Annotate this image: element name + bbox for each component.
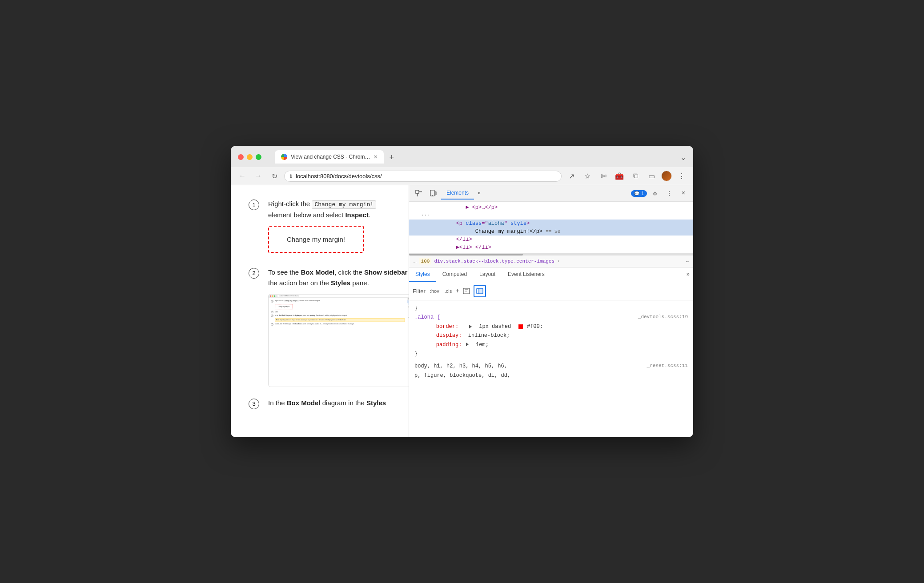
display-value: inline-block; <box>465 332 510 339</box>
devtools-tab-more-icon[interactable]: » <box>474 188 484 199</box>
html-panel-scrollbar[interactable] <box>409 254 693 256</box>
add-style-rule-button[interactable]: + <box>455 288 459 295</box>
tab-event-listeners[interactable]: Event Listeners <box>502 268 551 282</box>
styles-tab-more[interactable]: » <box>683 268 693 281</box>
browser-toolbar: ← → ↻ ℹ localhost:8080/docs/devtools/css… <box>231 167 693 185</box>
color-swatch-red[interactable] <box>518 324 523 329</box>
tab-favicon-icon <box>281 154 287 160</box>
inspect-element-button[interactable] <box>413 187 425 200</box>
forward-button[interactable]: → <box>252 170 265 182</box>
devtools-tab-elements[interactable]: Elements <box>441 187 474 200</box>
cast-icon[interactable]: ▭ <box>645 170 658 182</box>
html-line-1: ► <p>…</p> <box>409 204 693 212</box>
breadcrumb-number[interactable]: 100 <box>419 258 432 264</box>
close-devtools-button[interactable]: × <box>677 187 690 200</box>
aloha-selector: .aloha { <box>414 314 440 320</box>
breadcrumb-dots[interactable]: … <box>414 259 417 264</box>
reset-selector-line-1: body, h1, h2, h3, h4, h5, h6, _reset.scs… <box>414 362 688 371</box>
styles-panel-tabs: Styles Computed Layout Event Listeners » <box>409 268 693 282</box>
html-panel: ► <p>…</p> ··· <p class="aloha" style> C… <box>409 202 693 254</box>
aloha-rule: .aloha { _devtools.scss:19 border: 1px d… <box>414 313 688 358</box>
hov-filter-button[interactable]: :hov <box>428 288 441 294</box>
padding-value: 1em; <box>473 342 489 348</box>
new-tab-button[interactable]: + <box>386 151 398 164</box>
devtools-panel: Elements » 💬 1 ⚙ ⋮ × <box>409 185 693 437</box>
browser-window: View and change CSS - Chrom… × + ⌄ ← → ↻… <box>231 146 693 437</box>
settings-button[interactable]: ⚙ <box>649 187 661 200</box>
padding-triangle-icon[interactable] <box>466 343 469 346</box>
close-window-button[interactable] <box>238 154 244 160</box>
aloha-close-brace: } <box>414 349 688 358</box>
browser-tab[interactable]: View and change CSS - Chrom… × <box>275 150 384 164</box>
refresh-button[interactable]: ↻ <box>268 170 281 182</box>
cls-filter-button[interactable]: .cls <box>443 288 454 294</box>
title-bar: View and change CSS - Chrom… × + ⌄ <box>231 146 693 167</box>
step-number-1: 1 <box>249 200 259 210</box>
breadcrumb-selector[interactable]: div.stack.stack--block.type.center-image… <box>434 259 554 264</box>
device-toolbar-button[interactable] <box>427 187 439 200</box>
address-bar[interactable]: ℹ localhost:8080/docs/devtools/css/ <box>284 171 562 182</box>
step-2-text: To see the Box Model, click the Show sid… <box>268 267 409 288</box>
css-rules-area: } .aloha { _devtools.scss:19 border: 1px… <box>409 300 693 437</box>
maximize-window-button[interactable] <box>256 154 261 160</box>
html-line-selected-text: Change my margin!</p> == $0 <box>409 228 693 236</box>
border-expand-icon <box>462 323 465 330</box>
change-margin-demo-box[interactable]: Change my margin! <box>268 226 364 253</box>
padding-property-line: padding: 1em; <box>414 340 688 349</box>
html-line-li-close: </li> <box>409 236 693 244</box>
breadcrumb-more[interactable]: ⋯ <box>686 259 689 264</box>
padding-property[interactable]: padding: <box>436 342 462 348</box>
menu-icon[interactable]: ⋮ <box>675 170 688 182</box>
aloha-source[interactable]: _devtools.scss:19 <box>638 313 688 321</box>
console-messages-badge[interactable]: 💬 1 <box>631 190 647 197</box>
tab-close-button[interactable]: × <box>374 154 378 160</box>
border-triangle-icon[interactable] <box>469 325 472 328</box>
tabs-row: View and change CSS - Chrom… × + ⌄ <box>275 150 686 164</box>
breadcrumb-chevron: ‹ <box>557 259 560 264</box>
step-number-2: 2 <box>249 268 259 279</box>
filter-pills: :hov .cls + <box>428 285 486 297</box>
bookmark-icon[interactable]: ☆ <box>581 170 594 182</box>
step-1-text: Right-click the Change my margin! elemen… <box>268 199 391 220</box>
display-property[interactable]: display: <box>436 332 462 339</box>
profile-avatar[interactable] <box>661 171 672 181</box>
scrollbar-thumb <box>409 254 523 256</box>
border-color-value: #f00; <box>527 323 543 330</box>
reset-source[interactable]: _reset.scss:11 <box>647 362 688 370</box>
code-change-margin: Change my margin! <box>312 200 376 209</box>
step-3-text: In the Box Model diagram in the Styles <box>268 398 391 408</box>
svg-rect-11 <box>479 289 482 293</box>
tab-computed[interactable]: Computed <box>436 268 473 282</box>
step-number-3: 3 <box>249 399 259 409</box>
border-property[interactable]: border: <box>436 323 458 330</box>
new-style-rule-button[interactable] <box>461 286 472 296</box>
show-sidebar-button[interactable] <box>474 285 486 297</box>
reset-selectors: body, h1, h2, h3, h4, h5, h6, <box>414 363 507 369</box>
breadcrumb-bar: … 100 div.stack.stack--block.type.center… <box>409 256 693 268</box>
tab-layout[interactable]: Layout <box>473 268 502 282</box>
devtools-menu-button[interactable]: ⋮ <box>663 187 675 200</box>
html-dots: ··· <box>421 212 430 219</box>
minimize-window-button[interactable] <box>247 154 253 160</box>
tab-end: ⌄ <box>680 153 686 164</box>
badge-count: 1 <box>641 191 644 196</box>
filter-bar: Filter :hov .cls + <box>409 282 693 300</box>
display-property-line: display: inline-block; <box>414 331 688 340</box>
reset-rule: body, h1, h2, h3, h4, h5, h6, _reset.scs… <box>414 362 688 380</box>
svg-rect-4 <box>435 192 436 195</box>
extensions-icon[interactable]: 🧰 <box>613 170 626 182</box>
cut-icon[interactable]: ✄ <box>597 170 610 182</box>
step-2: 2 To see the Box Model, click the Show s… <box>249 267 391 387</box>
page-content: 1 Right-click the Change my margin! elem… <box>231 185 409 437</box>
back-button[interactable]: ← <box>236 170 249 182</box>
html-line-dots: ··· <box>409 212 693 220</box>
security-icon: ℹ <box>290 173 292 179</box>
aloha-selector-line: .aloha { _devtools.scss:19 <box>414 313 688 322</box>
share-icon[interactable]: ↗ <box>565 170 578 182</box>
tab-styles[interactable]: Styles <box>409 268 436 282</box>
profile-sidebar-icon[interactable]: ⧉ <box>629 170 642 182</box>
tutorial-thumbnail: localhost:8080/docs/devtools/css/ 1 Righ… <box>268 294 409 387</box>
message-icon: 💬 <box>634 191 639 196</box>
reset-selectors-2: p, figure, blockquote, dl, dd, <box>414 372 510 379</box>
tab-dropdown-icon[interactable]: ⌄ <box>680 153 686 162</box>
